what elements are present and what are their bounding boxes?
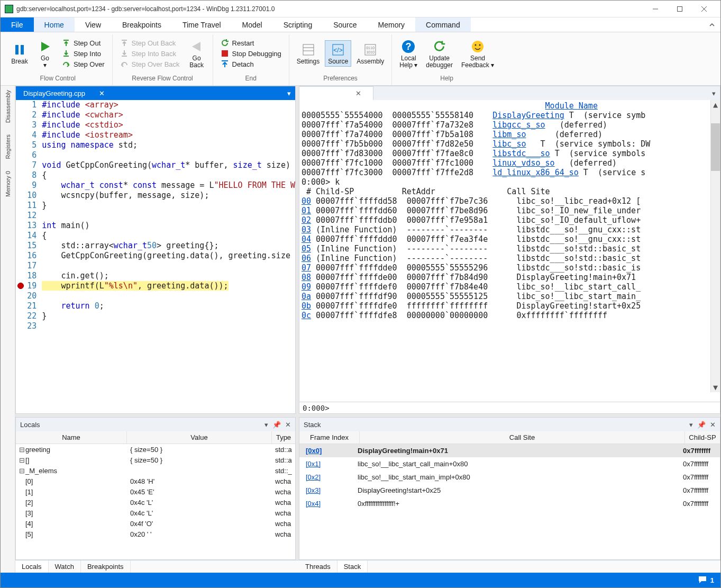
command-input[interactable] [332, 404, 717, 412]
locals-row[interactable]: [2]0x4c 'L'wcha [16, 497, 295, 508]
command-vscroll[interactable]: ▲▼ [710, 100, 720, 392]
restart-button[interactable]: Restart [217, 38, 285, 48]
stack-row[interactable]: [0x2]libc_so!__libc_start_main_impl+0x80… [299, 471, 720, 484]
close-tab-icon[interactable]: ✕ [95, 89, 109, 97]
step-into-button[interactable]: Step Into [59, 48, 108, 59]
settings-button[interactable]: Settings [294, 40, 323, 66]
locals-row[interactable]: [4]0x4f 'O'wcha [16, 518, 295, 529]
step-over-button[interactable]: Step Over [59, 59, 108, 69]
tab-command[interactable]: Command [415, 17, 471, 32]
command-output[interactable]: Module Name 00005555`55554000 00005555`5… [299, 100, 720, 392]
maximize-button[interactable] [668, 1, 692, 17]
locals-row[interactable]: ⊟greeting{ size=50 }std::a [16, 444, 295, 455]
locals-body[interactable]: ⊟greeting{ size=50 }std::a⊟[]{ size=50 }… [16, 444, 295, 550]
stack-row[interactable]: [0x1]libc_so!__libc_start_call_main+0x80… [299, 457, 720, 471]
pane-menu-icon[interactable]: ▾ [712, 89, 716, 97]
stack-hscroll[interactable] [299, 550, 720, 559]
col-name[interactable]: Name [16, 431, 127, 444]
step-out-button[interactable]: Step Out [59, 38, 108, 48]
stop-button[interactable]: Stop Debugging [217, 48, 285, 59]
pin-icon[interactable]: 📌 [272, 421, 281, 429]
update-debugger-button[interactable]: Update debugger [423, 37, 456, 70]
close-button[interactable] [692, 1, 716, 17]
detach-button[interactable]: Detach [217, 59, 285, 69]
stack-row[interactable]: [0x0]DisplayGreeting!main+0x710x7fffffff [299, 444, 720, 457]
stack-row[interactable]: [0x3]DisplayGreeting!start+0x250x7ffffff… [299, 484, 720, 497]
code-line[interactable]: #include <cwchar> [42, 110, 295, 120]
code-line[interactable]: cin.get(); [42, 271, 295, 281]
command-tab[interactable]: Command ✕ [299, 86, 373, 100]
pane-menu-icon[interactable]: ▾ [287, 89, 291, 97]
code-line[interactable]: #include <iostream> [42, 130, 295, 140]
code-editor[interactable]: 1234567891011121314151617181920212223#in… [16, 100, 295, 404]
pin-icon[interactable]: 📌 [697, 421, 706, 429]
bottom-tab-threads[interactable]: Threads [299, 560, 337, 573]
code-line[interactable]: { [42, 231, 295, 241]
tool-disassembly[interactable]: Disassembly [4, 89, 12, 124]
locals-row[interactable]: ⊟[]{ size=50 }std::a [16, 455, 295, 465]
tab-memory[interactable]: Memory [368, 17, 416, 32]
editor-hscroll[interactable] [16, 404, 295, 413]
col-value[interactable]: Value [127, 431, 272, 444]
local-help-button[interactable]: ? Local Help ▾ [396, 37, 421, 70]
close-pane-icon[interactable]: ✕ [710, 421, 716, 429]
tab-view[interactable]: View [75, 17, 112, 32]
minimize-button[interactable] [643, 1, 668, 17]
go-button[interactable]: Go▾ [33, 37, 57, 70]
tab-source[interactable]: Source [323, 17, 367, 32]
stack-body[interactable]: [0x0]DisplayGreeting!main+0x710x7fffffff… [299, 444, 720, 550]
stack-row[interactable]: [0x4]0xffffffffffffffff!+0x7ffffffff [299, 497, 720, 510]
close-tab-icon[interactable]: ✕ [351, 89, 366, 97]
code-line[interactable] [42, 261, 295, 271]
code-line[interactable]: wcsncpy(buffer, message, size); [42, 191, 295, 201]
col-type[interactable]: Type [272, 431, 295, 444]
code-line[interactable]: void GetCppConGreeting(wchar_t* buffer, … [42, 160, 295, 170]
pane-dropdown-icon[interactable]: ▾ [689, 421, 693, 429]
source-file-tab[interactable]: DisplayGreeting.cpp ✕ [16, 86, 116, 100]
code-line[interactable]: #include <cstdio> [42, 120, 295, 130]
code-line[interactable]: } [42, 201, 295, 211]
assembly-mode-button[interactable]: 01101010 Assembly [353, 40, 387, 66]
code-line[interactable]: std::array<wchar_t50> greeting{}; [42, 241, 295, 251]
tool-memory[interactable]: Memory 0 [4, 170, 12, 198]
tab-time-travel[interactable]: Time Travel [172, 17, 232, 32]
source-mode-button[interactable]: </> Source [325, 40, 351, 66]
feedback-indicator[interactable]: 1 [698, 575, 714, 585]
code-line[interactable]: #include <array> [42, 100, 295, 110]
bottom-tab-watch[interactable]: Watch [49, 560, 81, 573]
close-pane-icon[interactable]: ✕ [285, 421, 291, 429]
code-line[interactable]: } [42, 311, 295, 321]
col-child-sp[interactable]: Child-SP [685, 431, 720, 444]
code-line[interactable]: wprintf(L"%ls\n", greeting.data()); [42, 281, 295, 291]
col-call-site[interactable]: Call Site [360, 431, 685, 444]
code-line[interactable] [42, 211, 295, 221]
locals-row[interactable]: [0]0x48 'H'wcha [16, 476, 295, 486]
locals-row[interactable]: [1]0x45 'E'wcha [16, 486, 295, 497]
code-line[interactable] [42, 321, 295, 331]
locals-row[interactable]: [5]0x20 ' 'wcha [16, 529, 295, 539]
code-line[interactable]: wchar_t const* const message = L"HELLO F… [42, 180, 295, 191]
tab-file[interactable]: File [1, 17, 34, 32]
tab-home[interactable]: Home [34, 17, 75, 32]
code-line[interactable] [42, 291, 295, 301]
breakpoint-marker[interactable] [17, 283, 24, 289]
command-hscroll[interactable] [299, 392, 720, 402]
col-frame-index[interactable]: Frame Index [299, 431, 360, 444]
code-line[interactable]: { [42, 170, 295, 180]
break-button[interactable]: Break [8, 40, 31, 66]
code-line[interactable]: using namespace std; [42, 140, 295, 150]
code-line[interactable]: int main() [42, 221, 295, 231]
tool-registers[interactable]: Registers [4, 133, 12, 160]
code-line[interactable]: GetCppConGreeting(greeting.data(), greet… [42, 251, 295, 261]
locals-hscroll[interactable] [16, 550, 295, 559]
code-line[interactable] [42, 150, 295, 160]
code-line[interactable]: return 0; [42, 301, 295, 311]
tab-scripting[interactable]: Scripting [273, 17, 323, 32]
ribbon-collapse-button[interactable] [704, 17, 720, 32]
bottom-tab-breakpoints[interactable]: Breakpoints [81, 560, 131, 573]
tab-model[interactable]: Model [232, 17, 273, 32]
send-feedback-button[interactable]: Send Feedback ▾ [458, 37, 497, 70]
tab-breakpoints[interactable]: Breakpoints [112, 17, 172, 32]
locals-row[interactable]: ⊟_M_elemsstd::_ [16, 465, 295, 476]
bottom-tab-locals[interactable]: Locals [15, 560, 49, 573]
